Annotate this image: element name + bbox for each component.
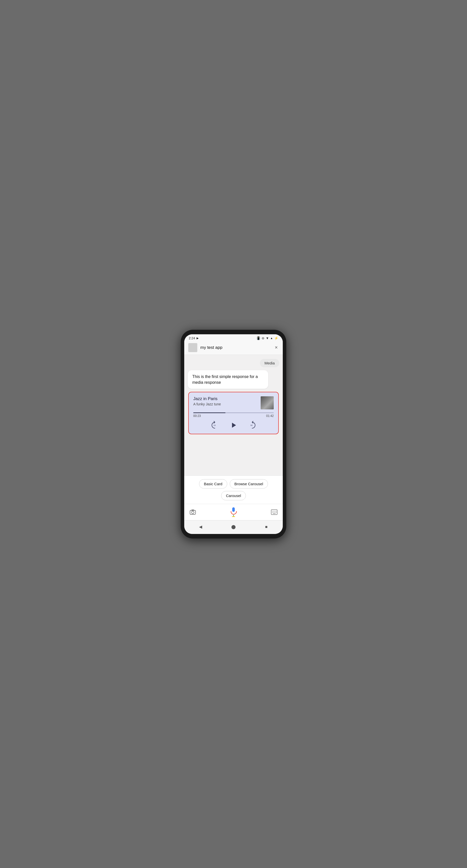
progress-container[interactable]: 00:23 01:42 xyxy=(193,412,274,418)
status-bar: 2:24 ▶ 📳 ⊖ ▼ ▲ ⚡ xyxy=(184,334,283,341)
back-button[interactable]: ◀ xyxy=(196,523,206,531)
media-player-card: Jazz in Paris A funky Jazz tune 00:23 01… xyxy=(188,392,279,434)
vibrate-icon: 📳 xyxy=(256,336,260,340)
dnd-icon: ⊖ xyxy=(262,336,264,340)
forward-30-button[interactable]: 30 xyxy=(247,420,257,430)
chip-basic-card[interactable]: Basic Card xyxy=(199,479,227,489)
home-button[interactable]: ⬤ xyxy=(229,523,238,531)
svg-text:30: 30 xyxy=(250,424,253,427)
svg-rect-6 xyxy=(232,507,235,512)
status-right: 📳 ⊖ ▼ ▲ ⚡ xyxy=(256,336,278,340)
phone-frame: 2:24 ▶ 📳 ⊖ ▼ ▲ ⚡ my test app × xyxy=(181,330,286,538)
media-title: Jazz in Paris xyxy=(193,396,261,401)
media-controls: 10 30 xyxy=(193,420,274,430)
battery-icon: ⚡ xyxy=(274,336,278,340)
play-button[interactable] xyxy=(229,421,238,430)
total-time: 01:42 xyxy=(266,414,274,418)
app-icon xyxy=(188,343,197,352)
microphone-button[interactable] xyxy=(228,506,239,518)
top-bar: my test app × xyxy=(184,341,283,355)
signal-icon: ▲ xyxy=(270,337,273,340)
recents-button[interactable]: ■ xyxy=(261,523,271,531)
media-subtitle: A funky Jazz tune xyxy=(193,402,261,406)
rewind-10-button[interactable]: 10 xyxy=(210,420,220,430)
chips-area: Basic Card Browse Carousel Carousel xyxy=(184,475,283,504)
progress-times: 00:23 01:42 xyxy=(193,414,274,418)
media-info: Jazz in Paris A funky Jazz tune xyxy=(193,396,261,406)
media-thumbnail xyxy=(261,396,274,409)
assistant-message-text: This is the first simple response for a … xyxy=(192,374,258,384)
close-button[interactable]: × xyxy=(274,344,279,351)
current-time: 00:23 xyxy=(193,414,201,418)
nav-bar: ◀ ⬤ ■ xyxy=(184,520,283,534)
svg-rect-9 xyxy=(271,509,277,515)
media-thumbnail-image xyxy=(261,396,274,409)
status-time: 2:24 xyxy=(189,336,195,340)
user-message-row: Media xyxy=(188,359,279,367)
chip-carousel[interactable]: Carousel xyxy=(221,491,246,500)
input-bar xyxy=(184,504,283,520)
user-bubble: Media xyxy=(260,359,279,367)
user-message-text: Media xyxy=(264,361,275,365)
app-title: my test app xyxy=(200,345,271,350)
phone-screen: 2:24 ▶ 📳 ⊖ ▼ ▲ ⚡ my test app × xyxy=(184,334,283,534)
svg-point-4 xyxy=(192,511,194,514)
svg-text:10: 10 xyxy=(213,424,216,427)
media-card-header: Jazz in Paris A funky Jazz tune xyxy=(193,396,274,409)
assistant-bubble: This is the first simple response for a … xyxy=(188,370,268,389)
camera-input-button[interactable] xyxy=(189,508,197,516)
svg-marker-1 xyxy=(232,423,236,428)
progress-track[interactable] xyxy=(193,412,274,413)
keyboard-button[interactable] xyxy=(270,508,278,516)
svg-rect-5 xyxy=(192,509,194,510)
chip-browse-carousel[interactable]: Browse Carousel xyxy=(230,479,268,489)
play-icon: ▶ xyxy=(197,337,199,340)
chat-area: Media This is the first simple response … xyxy=(184,355,283,475)
progress-fill xyxy=(193,412,226,413)
status-left: 2:24 ▶ xyxy=(189,336,199,340)
wifi-icon: ▼ xyxy=(266,336,269,340)
